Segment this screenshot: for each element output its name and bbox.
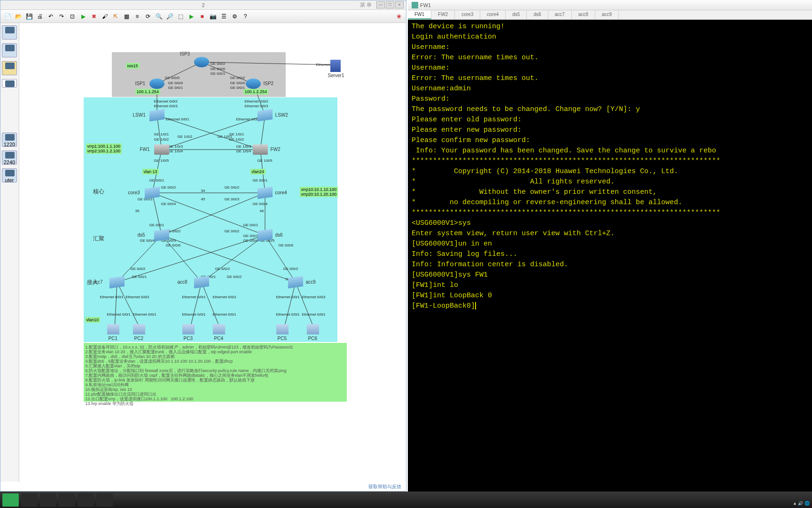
port-label: Ethernet 0/0/1	[302, 312, 326, 317]
print-icon[interactable]: 🖨	[35, 12, 45, 21]
port-label: GE 0/0/2	[131, 267, 146, 271]
device-lsw2[interactable]	[258, 109, 273, 121]
app-icon[interactable]	[96, 493, 113, 507]
device-acc7[interactable]	[109, 276, 125, 288]
palette-device[interactable]: 2240	[2, 151, 17, 165]
port-label: GE 0/0/0	[165, 76, 180, 80]
explorer-icon[interactable]	[40, 493, 56, 507]
terminal-tab-acc9[interactable]: acc9	[595, 10, 619, 19]
help-icon[interactable]: ?	[241, 12, 250, 21]
svg-line-26	[202, 282, 220, 329]
taskview-icon[interactable]	[59, 493, 75, 507]
device-fw2[interactable]	[253, 144, 268, 155]
terminal-tab-ds6[interactable]: ds6	[527, 10, 548, 19]
brush-icon[interactable]: 🖌	[100, 12, 109, 21]
palette-device[interactable]	[2, 43, 17, 57]
stop-icon[interactable]: ■	[197, 12, 207, 21]
zoom-fit-icon[interactable]: ⊡	[68, 12, 77, 21]
port-label: Ethernet 0/0/2	[213, 295, 236, 299]
device-pc2[interactable]	[133, 324, 145, 334]
device-isp1[interactable]	[149, 79, 164, 89]
device-ds6[interactable]	[258, 229, 273, 241]
terminal-line: The password needs to be changed. Change…	[412, 104, 808, 115]
terminal-line: [USG6000V1]sys FW1	[412, 270, 808, 280]
port-label: GE 0/0/6	[166, 243, 181, 247]
zoom-out-icon[interactable]: 🔎	[165, 12, 174, 21]
device-pc4[interactable]	[213, 324, 225, 334]
device-ds5[interactable]	[154, 229, 169, 241]
svg-line-1	[202, 62, 253, 84]
layers-icon[interactable]: ☰	[219, 12, 228, 21]
port-label: 34	[201, 189, 205, 193]
terminal-line: Please enter new password:	[412, 125, 808, 135]
topology-canvas[interactable]: 1.配置设备环回口，10.x.x.x, 32，防火墙初始账户，admin，初始密…	[19, 23, 406, 482]
app-icon[interactable]	[78, 493, 94, 507]
device-fw1[interactable]	[154, 144, 169, 155]
terminal-line: Please enter old password:	[412, 115, 808, 125]
port-label: Ethernet 0/0/1	[100, 295, 124, 299]
capture-icon[interactable]: 📷	[208, 12, 218, 21]
port-label: Ethernet 0/0/2	[302, 295, 326, 299]
terminal-tab-FW2[interactable]: FW2	[431, 10, 455, 19]
terminal-tab-acc8[interactable]: acc8	[572, 10, 595, 19]
port-label: GE 0/0/1	[149, 223, 164, 227]
palette-arrow-icon[interactable]: →	[2, 79, 17, 87]
save-icon[interactable]: 💾	[24, 12, 34, 21]
device-isp2[interactable]	[246, 79, 261, 89]
system-tray[interactable]: ▲ 🔊 🌐	[793, 501, 810, 506]
device-pc3[interactable]	[182, 324, 195, 334]
ensp-titlebar: 2 菜 单 — □ ×	[0, 0, 406, 10]
run-icon[interactable]: ▶	[187, 12, 196, 21]
terminal-line: Username:admin	[412, 84, 808, 94]
play-icon[interactable]: ▶	[78, 12, 88, 21]
select-icon[interactable]: ⬚	[176, 12, 185, 21]
svg-line-28	[296, 282, 314, 329]
terminal-tab-FW1[interactable]: FW1	[408, 10, 431, 19]
help-feedback-link[interactable]: 获取帮助与反馈	[368, 484, 401, 490]
device-server1[interactable]	[330, 60, 341, 72]
terminal-tab-ds5[interactable]: ds5	[506, 10, 527, 19]
terminal-line: * All rights reserved.	[412, 177, 808, 187]
terminal-tab-core3[interactable]: core3	[455, 10, 480, 19]
device-pc6[interactable]	[307, 324, 319, 334]
grid-icon[interactable]: ▦	[122, 12, 131, 21]
device-lsw1[interactable]	[149, 109, 164, 121]
device-isp3[interactable]	[194, 57, 209, 67]
open-icon[interactable]: 📂	[14, 12, 23, 21]
terminal-line: <USG6000V1>sys	[412, 218, 808, 229]
device-core4[interactable]	[258, 187, 273, 199]
device-core3[interactable]	[145, 187, 160, 199]
palette-device[interactable]	[2, 25, 17, 40]
device-label: ds6	[275, 232, 283, 238]
port-label: 35	[135, 209, 140, 213]
device-pc5[interactable]	[276, 324, 289, 334]
export-icon[interactable]: ⇱	[111, 12, 120, 21]
palette-device[interactable]: uter	[2, 168, 17, 183]
settings-icon[interactable]: ⚙	[230, 12, 239, 21]
delete-icon[interactable]: ✖	[89, 12, 99, 21]
align-icon[interactable]: ≡	[133, 12, 142, 21]
start-button[interactable]	[2, 493, 19, 507]
terminal-body[interactable]: The device is running!Login authenticati…	[408, 20, 812, 492]
palette-device[interactable]: 1220	[2, 133, 17, 147]
terminal-line: Info: Your password has been changed. Sa…	[412, 146, 808, 156]
terminal-tab-core4[interactable]: core4	[480, 10, 506, 19]
terminal-line: * Copyright (C) 2014-2018 Huawei Technol…	[412, 167, 808, 177]
maximize-button[interactable]: □	[386, 1, 394, 8]
device-acc9[interactable]	[288, 276, 303, 288]
undo-icon[interactable]: ↶	[46, 12, 55, 21]
terminal-tab-acc7[interactable]: acc7	[548, 10, 572, 19]
port-label: GE 1/0/1	[218, 135, 233, 139]
refresh-icon[interactable]: ⟳	[143, 12, 153, 21]
zoom-in-icon[interactable]: 🔍	[154, 12, 164, 21]
close-button[interactable]: ×	[395, 1, 404, 8]
chrome-icon[interactable]	[21, 493, 38, 507]
device-pc1[interactable]	[107, 324, 119, 334]
minimize-button[interactable]: —	[376, 1, 385, 8]
new-icon[interactable]: 📄	[3, 12, 12, 21]
redo-icon[interactable]: ↷	[57, 12, 66, 21]
device-acc8[interactable]	[194, 276, 209, 288]
palette-flag-icon[interactable]	[2, 61, 17, 75]
port-label: Ethernet 0/0/1	[182, 312, 206, 317]
menu-dropdown[interactable]: 菜 单	[360, 1, 372, 8]
